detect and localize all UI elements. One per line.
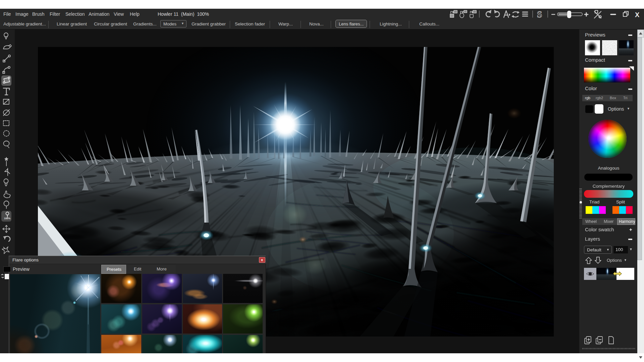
svg-text:S: S [537,9,542,19]
svg-text:100%: 100% [4,217,11,220]
svg-text:X: X [635,11,640,18]
